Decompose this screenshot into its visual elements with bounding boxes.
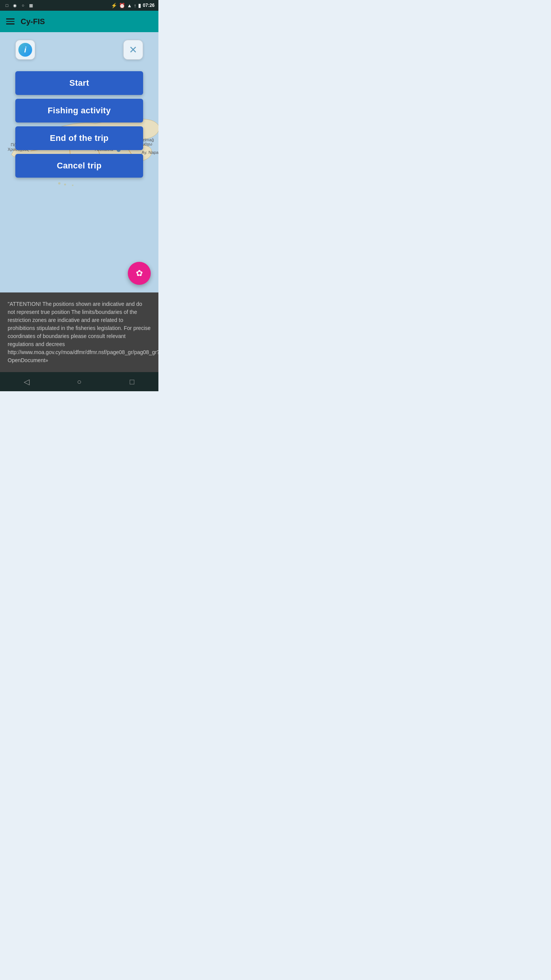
nav-back-button[interactable]: ◁ [19,374,34,389]
cancel-trip-button[interactable]: Cancel trip [15,154,143,178]
wifi-icon: ▲ [127,3,132,8]
helm-icon: ✿ [136,268,143,278]
info-button[interactable]: i [15,40,35,60]
fishing-activity-button[interactable]: Fishing activity [15,99,143,122]
start-button[interactable]: Start [15,71,143,95]
top-buttons-row: i ✕ [15,40,143,60]
battery-icon: ▮ [138,3,141,8]
app-title: Cy-FIS [21,17,45,26]
app-bar: Cy-FIS [0,11,158,32]
hamburger-line-2 [6,21,15,22]
nav-recents-button[interactable]: □ [124,374,140,389]
bluetooth-icon: ⚡ [111,3,117,8]
close-button[interactable]: ✕ [123,40,143,60]
overlay-content: i ✕ Start Fishing activity End of the tr… [0,32,158,292]
status-bar-right-icons: ⚡ ⏰ ▲ ↑ ▮ 07:26 [111,3,155,8]
info-icon: i [18,43,32,57]
footer-text: "ATTENTION! The positions shown are indi… [8,300,151,364]
signal-icon: ↑ [134,3,137,8]
footer: "ATTENTION! The positions shown are indi… [0,292,158,372]
nav-bar: ◁ ○ □ [0,372,158,391]
status-bar: □ ◉ ○ ▦ ⚡ ⏰ ▲ ↑ ▮ 07:26 [0,0,158,11]
nav-home-button[interactable]: ○ [72,374,87,389]
app-icon-4: ▦ [28,2,34,8]
app-icon-3: ○ [20,2,26,8]
status-bar-left-icons: □ ◉ ○ ▦ [4,2,34,8]
hamburger-line-1 [6,18,15,20]
end-of-trip-button[interactable]: End of the trip [15,126,143,150]
app-icon-1: □ [4,2,10,8]
alarm-icon: ⏰ [119,3,125,8]
hamburger-menu-button[interactable] [6,18,15,24]
close-icon: ✕ [129,45,137,55]
fab-button[interactable]: ✿ [128,262,151,285]
time-display: 07:26 [143,3,155,8]
action-buttons-container: Start Fishing activity End of the trip C… [15,71,143,178]
main-content: Girne Λευκωσία Πόλη Χρυσοχούς Λεμεσός Ga… [0,32,158,292]
hamburger-line-3 [6,23,15,24]
app-icon-2: ◉ [12,2,18,8]
